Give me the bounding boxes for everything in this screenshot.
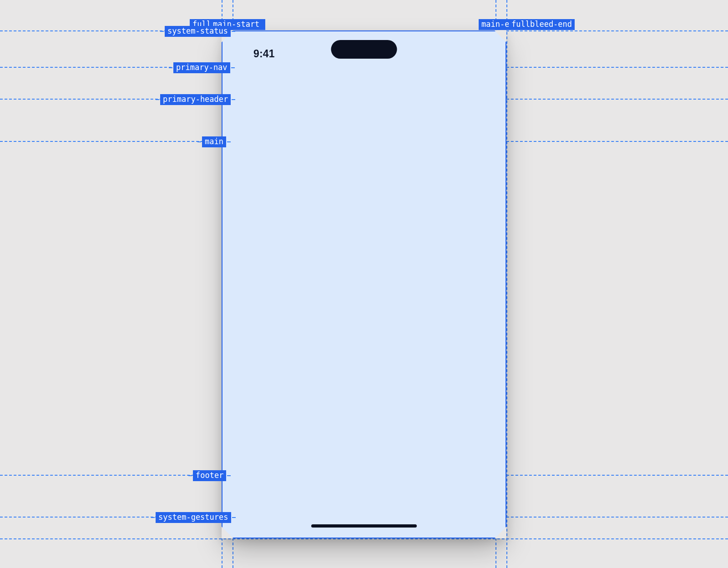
dynamic-island <box>331 40 397 59</box>
status-time: 9:41 <box>253 48 275 60</box>
phone-frame: 9:41 <box>222 30 506 538</box>
guide-device-bottom <box>0 538 728 539</box>
label-primary-header: primary-header <box>160 94 231 105</box>
label-fullbleed-end: fullbleed-end <box>509 19 575 30</box>
home-indicator <box>311 524 417 528</box>
label-system-status: system-status <box>165 26 231 37</box>
label-main: main <box>202 136 226 147</box>
label-primary-nav: primary-nav <box>173 62 230 73</box>
guide-fullbleed-end <box>506 0 507 568</box>
label-system-gestures: system-gestures <box>156 512 231 523</box>
label-footer: footer <box>193 470 226 481</box>
